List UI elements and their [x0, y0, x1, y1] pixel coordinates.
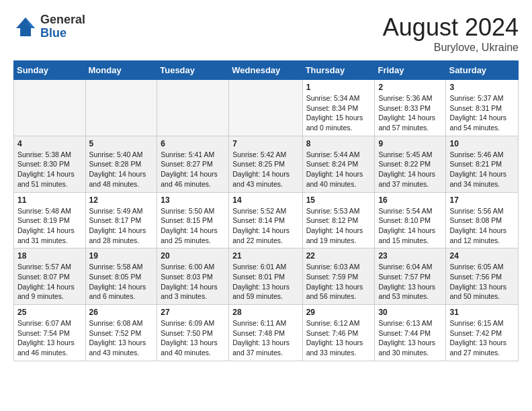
- calendar-cell: [229, 80, 302, 136]
- day-info: Sunrise: 6:01 AM Sunset: 8:01 PM Dayligh…: [232, 262, 298, 302]
- day-of-week-header: Friday: [375, 61, 446, 80]
- day-number: 6: [161, 139, 225, 148]
- day-number: 31: [449, 308, 515, 317]
- day-number: 10: [449, 139, 515, 148]
- calendar-cell: 13Sunrise: 5:50 AM Sunset: 8:15 PM Dayli…: [157, 192, 229, 248]
- calendar-cell: 12Sunrise: 5:49 AM Sunset: 8:17 PM Dayli…: [85, 192, 157, 248]
- calendar-cell: 2Sunrise: 5:36 AM Sunset: 8:33 PM Daylig…: [375, 80, 446, 136]
- calendar-cell: 1Sunrise: 5:34 AM Sunset: 8:34 PM Daylig…: [302, 80, 375, 136]
- calendar-cell: 29Sunrise: 6:12 AM Sunset: 7:46 PM Dayli…: [302, 305, 375, 361]
- day-number: 11: [17, 195, 82, 205]
- calendar-cell: 6Sunrise: 5:41 AM Sunset: 8:27 PM Daylig…: [157, 136, 229, 192]
- day-number: 26: [89, 308, 154, 317]
- calendar-cell: 23Sunrise: 6:04 AM Sunset: 7:57 PM Dayli…: [375, 248, 446, 305]
- day-info: Sunrise: 6:05 AM Sunset: 7:56 PM Dayligh…: [449, 262, 515, 302]
- calendar-cell: [85, 80, 157, 136]
- day-info: Sunrise: 5:44 AM Sunset: 8:24 PM Dayligh…: [306, 150, 371, 189]
- day-of-week-header: Tuesday: [157, 61, 229, 80]
- day-number: 14: [232, 195, 298, 205]
- day-info: Sunrise: 5:48 AM Sunset: 8:19 PM Dayligh…: [17, 206, 82, 246]
- calendar-cell: [14, 80, 86, 136]
- day-number: 16: [378, 195, 442, 205]
- day-info: Sunrise: 5:41 AM Sunset: 8:27 PM Dayligh…: [161, 150, 225, 189]
- calendar-week-row: 4Sunrise: 5:38 AM Sunset: 8:30 PM Daylig…: [14, 136, 519, 192]
- day-info: Sunrise: 6:12 AM Sunset: 7:46 PM Dayligh…: [306, 318, 371, 358]
- day-number: 8: [306, 139, 371, 148]
- day-info: Sunrise: 5:46 AM Sunset: 8:21 PM Dayligh…: [449, 150, 515, 189]
- day-number: 18: [17, 251, 82, 261]
- day-number: 7: [232, 139, 298, 148]
- day-info: Sunrise: 6:03 AM Sunset: 7:59 PM Dayligh…: [306, 262, 371, 302]
- logo-general-text: General: [40, 13, 85, 27]
- calendar-cell: 9Sunrise: 5:45 AM Sunset: 8:22 PM Daylig…: [375, 136, 446, 192]
- calendar-cell: 28Sunrise: 6:11 AM Sunset: 7:48 PM Dayli…: [229, 305, 302, 361]
- day-number: 4: [17, 139, 82, 148]
- day-number: 27: [161, 308, 225, 317]
- day-number: 19: [89, 251, 154, 261]
- day-info: Sunrise: 5:42 AM Sunset: 8:25 PM Dayligh…: [232, 150, 298, 189]
- calendar-cell: 21Sunrise: 6:01 AM Sunset: 8:01 PM Dayli…: [229, 248, 302, 305]
- day-info: Sunrise: 5:37 AM Sunset: 8:31 PM Dayligh…: [449, 93, 515, 133]
- day-number: 28: [232, 308, 298, 317]
- day-number: 12: [89, 195, 154, 205]
- calendar-cell: 22Sunrise: 6:03 AM Sunset: 7:59 PM Dayli…: [302, 248, 375, 305]
- day-info: Sunrise: 6:00 AM Sunset: 8:03 PM Dayligh…: [161, 262, 225, 302]
- day-info: Sunrise: 5:45 AM Sunset: 8:22 PM Dayligh…: [378, 150, 442, 189]
- day-info: Sunrise: 6:07 AM Sunset: 7:54 PM Dayligh…: [17, 318, 82, 358]
- day-of-week-header: Thursday: [302, 61, 375, 80]
- day-number: 24: [449, 251, 515, 261]
- calendar-cell: 15Sunrise: 5:53 AM Sunset: 8:12 PM Dayli…: [302, 192, 375, 248]
- day-info: Sunrise: 5:58 AM Sunset: 8:05 PM Dayligh…: [89, 262, 154, 302]
- logo-icon: [13, 15, 38, 39]
- calendar-week-row: 11Sunrise: 5:48 AM Sunset: 8:19 PM Dayli…: [14, 192, 519, 248]
- calendar-cell: 7Sunrise: 5:42 AM Sunset: 8:25 PM Daylig…: [229, 136, 302, 192]
- day-info: Sunrise: 5:56 AM Sunset: 8:08 PM Dayligh…: [449, 206, 515, 246]
- logo-blue-text: Blue: [40, 27, 85, 40]
- day-of-week-header: Monday: [85, 61, 157, 80]
- day-info: Sunrise: 5:34 AM Sunset: 8:34 PM Dayligh…: [306, 93, 371, 133]
- day-info: Sunrise: 5:36 AM Sunset: 8:33 PM Dayligh…: [378, 93, 442, 133]
- day-info: Sunrise: 5:53 AM Sunset: 8:12 PM Dayligh…: [306, 206, 371, 246]
- calendar-week-row: 1Sunrise: 5:34 AM Sunset: 8:34 PM Daylig…: [14, 80, 519, 136]
- day-number: 17: [449, 195, 515, 205]
- day-info: Sunrise: 5:57 AM Sunset: 8:07 PM Dayligh…: [17, 262, 82, 302]
- calendar-cell: 16Sunrise: 5:54 AM Sunset: 8:10 PM Dayli…: [375, 192, 446, 248]
- calendar-cell: 24Sunrise: 6:05 AM Sunset: 7:56 PM Dayli…: [446, 248, 519, 305]
- day-of-week-header: Sunday: [14, 61, 86, 80]
- calendar-cell: 4Sunrise: 5:38 AM Sunset: 8:30 PM Daylig…: [14, 136, 86, 192]
- day-number: 20: [161, 251, 225, 261]
- day-info: Sunrise: 6:08 AM Sunset: 7:52 PM Dayligh…: [89, 318, 154, 358]
- day-number: 23: [378, 251, 442, 261]
- day-of-week-header: Wednesday: [229, 61, 302, 80]
- calendar-cell: 20Sunrise: 6:00 AM Sunset: 8:03 PM Dayli…: [157, 248, 229, 305]
- day-info: Sunrise: 6:09 AM Sunset: 7:50 PM Dayligh…: [161, 318, 225, 358]
- day-number: 30: [378, 308, 442, 317]
- calendar-cell: 11Sunrise: 5:48 AM Sunset: 8:19 PM Dayli…: [14, 192, 86, 248]
- calendar-cell: 14Sunrise: 5:52 AM Sunset: 8:14 PM Dayli…: [229, 192, 302, 248]
- calendar-cell: 5Sunrise: 5:40 AM Sunset: 8:28 PM Daylig…: [85, 136, 157, 192]
- day-number: 5: [89, 139, 154, 148]
- day-number: 21: [232, 251, 298, 261]
- calendar-week-row: 18Sunrise: 5:57 AM Sunset: 8:07 PM Dayli…: [14, 248, 519, 305]
- day-number: 25: [17, 308, 82, 317]
- calendar-week-row: 25Sunrise: 6:07 AM Sunset: 7:54 PM Dayli…: [14, 305, 519, 361]
- day-number: 15: [306, 195, 371, 205]
- page-header: General Blue August 2024 Burylove, Ukrai…: [13, 13, 519, 54]
- calendar-cell: [157, 80, 229, 136]
- day-of-week-header: Saturday: [446, 61, 519, 80]
- calendar-cell: 17Sunrise: 5:56 AM Sunset: 8:08 PM Dayli…: [446, 192, 519, 248]
- day-number: 1: [306, 83, 371, 92]
- logo: General Blue: [13, 13, 85, 40]
- day-number: 3: [449, 83, 515, 92]
- day-number: 9: [378, 139, 442, 148]
- day-info: Sunrise: 6:13 AM Sunset: 7:44 PM Dayligh…: [378, 318, 442, 358]
- calendar-cell: 8Sunrise: 5:44 AM Sunset: 8:24 PM Daylig…: [302, 136, 375, 192]
- day-number: 2: [378, 83, 442, 92]
- day-info: Sunrise: 5:54 AM Sunset: 8:10 PM Dayligh…: [378, 206, 442, 246]
- day-info: Sunrise: 5:38 AM Sunset: 8:30 PM Dayligh…: [17, 150, 82, 189]
- calendar-cell: 26Sunrise: 6:08 AM Sunset: 7:52 PM Dayli…: [85, 305, 157, 361]
- month-year-title: August 2024: [383, 13, 519, 42]
- day-info: Sunrise: 5:50 AM Sunset: 8:15 PM Dayligh…: [161, 206, 225, 246]
- calendar-cell: 30Sunrise: 6:13 AM Sunset: 7:44 PM Dayli…: [375, 305, 446, 361]
- calendar-cell: 18Sunrise: 5:57 AM Sunset: 8:07 PM Dayli…: [14, 248, 86, 305]
